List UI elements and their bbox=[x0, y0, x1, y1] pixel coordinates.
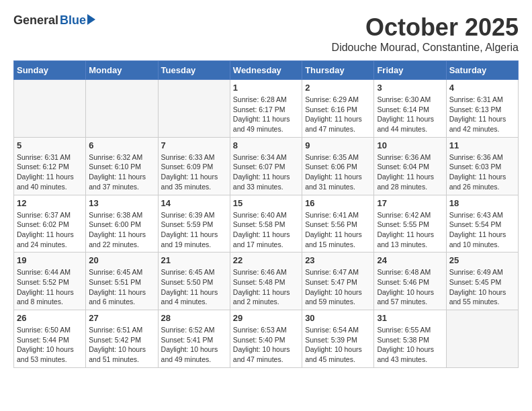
month-title: October 2025 bbox=[332, 13, 519, 42]
day-info: Sunrise: 6:35 AM Sunset: 6:06 PM Dayligh… bbox=[305, 152, 371, 192]
day-number: 11 bbox=[449, 140, 515, 150]
weekday-header-thursday: Thursday bbox=[302, 61, 374, 80]
day-info: Sunrise: 6:31 AM Sunset: 6:12 PM Dayligh… bbox=[17, 152, 83, 192]
calendar-cell: 22Sunrise: 6:46 AM Sunset: 5:48 PM Dayli… bbox=[230, 253, 302, 310]
day-number: 24 bbox=[377, 255, 443, 265]
calendar-cell: 3Sunrise: 6:30 AM Sunset: 6:14 PM Daylig… bbox=[374, 80, 446, 138]
location-subtitle: Didouche Mourad, Constantine, Algeria bbox=[332, 42, 519, 54]
calendar-cell: 8Sunrise: 6:34 AM Sunset: 6:07 PM Daylig… bbox=[230, 137, 302, 195]
day-number: 25 bbox=[449, 255, 515, 265]
calendar-week-row: 12Sunrise: 6:37 AM Sunset: 6:02 PM Dayli… bbox=[14, 195, 519, 253]
day-info: Sunrise: 6:40 AM Sunset: 5:58 PM Dayligh… bbox=[233, 210, 299, 250]
logo-arrow-icon bbox=[87, 14, 95, 25]
day-number: 8 bbox=[233, 140, 299, 150]
calendar-cell: 21Sunrise: 6:45 AM Sunset: 5:50 PM Dayli… bbox=[158, 253, 230, 310]
calendar-cell: 15Sunrise: 6:40 AM Sunset: 5:58 PM Dayli… bbox=[230, 195, 302, 253]
calendar-cell: 24Sunrise: 6:48 AM Sunset: 5:46 PM Dayli… bbox=[374, 253, 446, 310]
calendar-cell: 27Sunrise: 6:51 AM Sunset: 5:42 PM Dayli… bbox=[86, 310, 158, 368]
weekday-header-wednesday: Wednesday bbox=[230, 61, 302, 80]
calendar-cell: 20Sunrise: 6:45 AM Sunset: 5:51 PM Dayli… bbox=[86, 253, 158, 310]
day-info: Sunrise: 6:48 AM Sunset: 5:46 PM Dayligh… bbox=[377, 267, 443, 307]
day-number: 6 bbox=[89, 140, 154, 150]
day-info: Sunrise: 6:55 AM Sunset: 5:38 PM Dayligh… bbox=[377, 325, 443, 365]
day-number: 10 bbox=[377, 140, 443, 150]
day-number: 23 bbox=[305, 255, 371, 265]
day-info: Sunrise: 6:32 AM Sunset: 6:10 PM Dayligh… bbox=[89, 152, 154, 192]
day-number: 27 bbox=[89, 313, 154, 323]
logo: General Blue bbox=[13, 13, 95, 28]
day-info: Sunrise: 6:31 AM Sunset: 6:13 PM Dayligh… bbox=[449, 95, 515, 134]
day-info: Sunrise: 6:38 AM Sunset: 6:00 PM Dayligh… bbox=[89, 210, 154, 250]
calendar-cell bbox=[158, 80, 230, 138]
day-number: 21 bbox=[161, 255, 227, 265]
calendar-cell bbox=[446, 310, 518, 368]
calendar-cell: 13Sunrise: 6:38 AM Sunset: 6:00 PM Dayli… bbox=[86, 195, 158, 253]
weekday-header-tuesday: Tuesday bbox=[158, 61, 230, 80]
calendar-week-row: 1Sunrise: 6:28 AM Sunset: 6:17 PM Daylig… bbox=[14, 80, 519, 138]
page-header: General Blue October 2025 Didouche Moura… bbox=[13, 13, 519, 54]
day-info: Sunrise: 6:30 AM Sunset: 6:14 PM Dayligh… bbox=[377, 95, 443, 134]
day-number: 30 bbox=[305, 313, 371, 323]
calendar-cell: 25Sunrise: 6:49 AM Sunset: 5:45 PM Dayli… bbox=[446, 253, 518, 310]
day-number: 22 bbox=[233, 255, 299, 265]
day-number: 14 bbox=[161, 198, 227, 208]
calendar-week-row: 5Sunrise: 6:31 AM Sunset: 6:12 PM Daylig… bbox=[14, 137, 519, 195]
day-number: 26 bbox=[17, 313, 83, 323]
weekday-header-friday: Friday bbox=[374, 61, 446, 80]
day-info: Sunrise: 6:33 AM Sunset: 6:09 PM Dayligh… bbox=[161, 152, 227, 192]
calendar-cell: 14Sunrise: 6:39 AM Sunset: 5:59 PM Dayli… bbox=[158, 195, 230, 253]
day-info: Sunrise: 6:42 AM Sunset: 5:55 PM Dayligh… bbox=[377, 210, 443, 250]
calendar-cell: 5Sunrise: 6:31 AM Sunset: 6:12 PM Daylig… bbox=[14, 137, 86, 195]
day-number: 9 bbox=[305, 140, 371, 150]
calendar-week-row: 26Sunrise: 6:50 AM Sunset: 5:44 PM Dayli… bbox=[14, 310, 519, 368]
calendar-cell: 18Sunrise: 6:43 AM Sunset: 5:54 PM Dayli… bbox=[446, 195, 518, 253]
day-number: 3 bbox=[377, 83, 443, 93]
calendar-cell: 26Sunrise: 6:50 AM Sunset: 5:44 PM Dayli… bbox=[14, 310, 86, 368]
day-number: 19 bbox=[17, 255, 83, 265]
calendar-cell: 7Sunrise: 6:33 AM Sunset: 6:09 PM Daylig… bbox=[158, 137, 230, 195]
day-info: Sunrise: 6:52 AM Sunset: 5:41 PM Dayligh… bbox=[161, 325, 227, 365]
calendar-week-row: 19Sunrise: 6:44 AM Sunset: 5:52 PM Dayli… bbox=[14, 253, 519, 310]
calendar-cell: 19Sunrise: 6:44 AM Sunset: 5:52 PM Dayli… bbox=[14, 253, 86, 310]
calendar-cell: 6Sunrise: 6:32 AM Sunset: 6:10 PM Daylig… bbox=[86, 137, 158, 195]
day-info: Sunrise: 6:43 AM Sunset: 5:54 PM Dayligh… bbox=[449, 210, 515, 250]
calendar-cell: 12Sunrise: 6:37 AM Sunset: 6:02 PM Dayli… bbox=[14, 195, 86, 253]
calendar-cell: 30Sunrise: 6:54 AM Sunset: 5:39 PM Dayli… bbox=[302, 310, 374, 368]
day-info: Sunrise: 6:49 AM Sunset: 5:45 PM Dayligh… bbox=[449, 267, 515, 307]
day-number: 18 bbox=[449, 198, 515, 208]
day-info: Sunrise: 6:44 AM Sunset: 5:52 PM Dayligh… bbox=[17, 267, 83, 307]
day-info: Sunrise: 6:47 AM Sunset: 5:47 PM Dayligh… bbox=[305, 267, 371, 307]
day-number: 20 bbox=[89, 255, 154, 265]
calendar-cell: 11Sunrise: 6:36 AM Sunset: 6:03 PM Dayli… bbox=[446, 137, 518, 195]
logo-blue-text: Blue bbox=[60, 13, 86, 28]
day-info: Sunrise: 6:50 AM Sunset: 5:44 PM Dayligh… bbox=[17, 325, 83, 365]
calendar-cell bbox=[14, 80, 86, 138]
calendar-cell: 17Sunrise: 6:42 AM Sunset: 5:55 PM Dayli… bbox=[374, 195, 446, 253]
calendar-cell: 2Sunrise: 6:29 AM Sunset: 6:16 PM Daylig… bbox=[302, 80, 374, 138]
calendar-cell: 16Sunrise: 6:41 AM Sunset: 5:56 PM Dayli… bbox=[302, 195, 374, 253]
day-info: Sunrise: 6:36 AM Sunset: 6:03 PM Dayligh… bbox=[449, 152, 515, 192]
weekday-header-saturday: Saturday bbox=[446, 61, 518, 80]
calendar-cell: 10Sunrise: 6:36 AM Sunset: 6:04 PM Dayli… bbox=[374, 137, 446, 195]
weekday-header-row: SundayMondayTuesdayWednesdayThursdayFrid… bbox=[14, 61, 519, 80]
day-number: 29 bbox=[233, 313, 299, 323]
calendar-cell: 29Sunrise: 6:53 AM Sunset: 5:40 PM Dayli… bbox=[230, 310, 302, 368]
day-info: Sunrise: 6:51 AM Sunset: 5:42 PM Dayligh… bbox=[89, 325, 154, 365]
day-info: Sunrise: 6:45 AM Sunset: 5:51 PM Dayligh… bbox=[89, 267, 154, 307]
day-info: Sunrise: 6:53 AM Sunset: 5:40 PM Dayligh… bbox=[233, 325, 299, 365]
day-number: 16 bbox=[305, 198, 371, 208]
calendar-table: SundayMondayTuesdayWednesdayThursdayFrid… bbox=[13, 60, 519, 368]
calendar-cell: 1Sunrise: 6:28 AM Sunset: 6:17 PM Daylig… bbox=[230, 80, 302, 138]
calendar-cell: 23Sunrise: 6:47 AM Sunset: 5:47 PM Dayli… bbox=[302, 253, 374, 310]
calendar-cell: 28Sunrise: 6:52 AM Sunset: 5:41 PM Dayli… bbox=[158, 310, 230, 368]
day-number: 5 bbox=[17, 140, 83, 150]
weekday-header-sunday: Sunday bbox=[14, 61, 86, 80]
calendar-cell: 9Sunrise: 6:35 AM Sunset: 6:06 PM Daylig… bbox=[302, 137, 374, 195]
day-number: 13 bbox=[89, 198, 154, 208]
day-info: Sunrise: 6:45 AM Sunset: 5:50 PM Dayligh… bbox=[161, 267, 227, 307]
day-number: 15 bbox=[233, 198, 299, 208]
day-info: Sunrise: 6:41 AM Sunset: 5:56 PM Dayligh… bbox=[305, 210, 371, 250]
day-number: 28 bbox=[161, 313, 227, 323]
calendar-cell: 4Sunrise: 6:31 AM Sunset: 6:13 PM Daylig… bbox=[446, 80, 518, 138]
calendar-cell bbox=[86, 80, 158, 138]
